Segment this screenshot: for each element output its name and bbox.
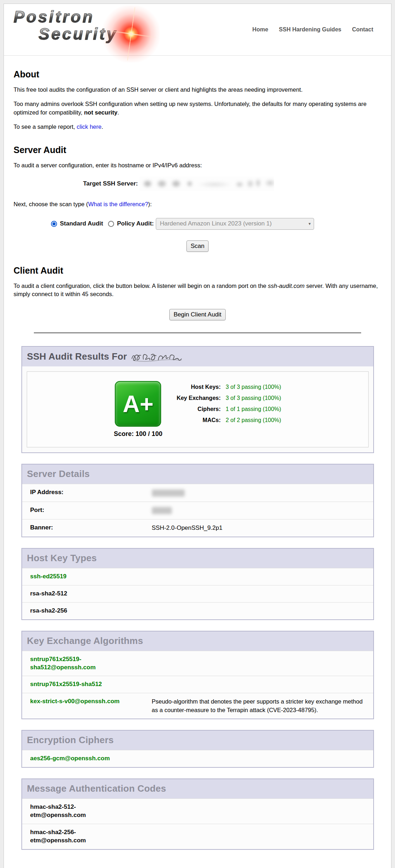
page-content: About This free tool audits the configur… [4,69,391,850]
top-navigation: Home SSH Hardening Guides Contact [252,26,373,33]
results-title-text: SSH Audit Results For [27,351,127,362]
table-row: hmac-sha2-256-etm@openssh.com [22,824,373,849]
grade-badge: A+ [115,381,161,427]
sample-report-period: . [102,123,103,130]
scan-button[interactable]: Scan [186,240,209,252]
sample-report-link[interactable]: click here [77,123,102,130]
policy-select-dropdown[interactable]: Hardened Amazon Linux 2023 (version 1) ▾ [156,218,314,230]
stat-label-macs: MACs: [176,417,221,423]
kex-name: sntrup761x25519-sha512@openssh.com [22,655,152,672]
kex-name: sntrup761x25519-sha512 [22,680,152,689]
begin-client-audit-button[interactable]: Begin Client Audit [169,309,226,320]
policy-audit-label: Policy Audit: [117,220,154,227]
redacted-hostname-value [140,177,274,191]
about-heading: About [14,69,381,80]
table-row: hmac-sha2-512-etm@openssh.com [22,798,373,824]
about-paragraph-3: To see a sample report, click here. [14,123,381,131]
positron-security-logo[interactable]: Positron Security [14,8,181,51]
standard-audit-radio[interactable] [51,221,57,227]
key-exchange-panel: Key Exchange Algorithms sntrup761x25519-… [21,631,374,720]
section-divider [34,333,361,333]
host-key-types-header: Host Key Types [22,549,373,568]
grade-column: A+ Score: 100 / 100 [114,381,162,438]
scan-type-difference-link[interactable]: What is the difference? [88,201,148,207]
stat-label-host-keys: Host Keys: [176,384,221,390]
encryption-ciphers-panel: Encryption Ciphers aes256-gcm@openssh.co… [21,730,374,768]
banner-value: SSH-2.0-OpenSSH_9.2p1 [152,524,373,532]
results-panel-body: A+ Score: 100 / 100 Host Keys: 3 of 3 pa… [22,366,373,452]
stat-value-host-keys: 3 of 3 passing (100%) [226,384,281,390]
client-audit-domain-italic: ssh-audit.com [268,283,305,289]
table-row: IP Address: [22,484,373,501]
redacted-port-value [152,507,172,514]
results-panel-title: SSH Audit Results For [27,351,368,362]
scan-type-text: Next, choose the scan type ( [14,201,88,207]
server-details-title: Server Details [27,468,368,479]
table-row: rsa-sha2-512 [22,585,373,602]
sample-report-text: To see a sample report, [14,123,77,130]
server-details-header: Server Details [22,465,373,484]
kex-note [152,680,373,689]
cipher-name: aes256-gcm@openssh.com [22,755,152,763]
logo-text-line2: Security [39,25,181,42]
policy-select-value: Hardened Amazon Linux 2023 (version 1) [160,220,272,227]
table-row: Port: [22,502,373,519]
table-row: rsa-sha2-256 [22,602,373,619]
table-row: sntrup761x25519-sha512@openssh.com [22,651,373,676]
key-exchange-header: Key Exchange Algorithms [22,631,373,651]
scan-type-line: Next, choose the scan type (What is the … [14,200,381,208]
port-label: Port: [22,506,152,515]
host-key-types-panel: Host Key Types ssh-ed25519 rsa-sha2-512 … [21,548,374,620]
table-row: kex-strict-s-v00@openssh.com Pseudo-algo… [22,693,373,719]
about-paragraph-1: This free tool audits the configuration … [14,86,381,94]
banner-label: Banner: [22,524,152,532]
logo-text-line1: Positron [14,8,181,25]
results-panel-header: SSH Audit Results For [22,347,373,366]
stat-value-key-exchanges: 3 of 3 passing (100%) [226,395,281,401]
macs-header: Message Authentication Codes [22,779,373,798]
nav-item-ssh-hardening-guides[interactable]: SSH Hardening Guides [279,26,341,33]
ssh-audit-results-panel: SSH Audit Results For [21,346,374,453]
table-row: ssh-ed25519 [22,568,373,585]
host-key-name: rsa-sha2-256 [22,607,152,615]
redacted-ip-value [152,489,185,497]
server-details-panel: Server Details IP Address: Port: Banner:… [21,464,374,537]
about-p2-period: . [117,109,119,116]
ip-address-label: IP Address: [22,488,152,497]
client-audit-text1: To audit a client configuration, click t… [14,283,268,289]
kex-note: Pseudo-algorithm that denotes the peer s… [152,697,373,714]
results-stats: Host Keys: 3 of 3 passing (100%) Key Exc… [176,384,281,423]
macs-panel: Message Authentication Codes hmac-sha2-5… [21,778,374,850]
scan-type-suffix: ): [148,201,152,207]
stat-label-key-exchanges: Key Exchanges: [176,395,221,401]
ip-address-value [152,488,373,497]
stat-label-ciphers: Ciphers: [176,406,221,412]
mac-name: hmac-sha2-256-etm@openssh.com [22,828,152,845]
port-value [152,506,373,515]
table-row: Banner: SSH-2.0-OpenSSH_9.2p1 [22,519,373,537]
site-header: Positron Security Home SSH Hardening Gui… [4,4,391,56]
score-label: Score: 100 / 100 [114,430,162,438]
stat-value-ciphers: 1 of 1 passing (100%) [226,406,281,412]
chevron-down-icon: ▾ [308,221,311,226]
stat-value-macs: 2 of 2 passing (100%) [226,417,281,423]
main-content-box: Positron Security Home SSH Hardening Gui… [4,4,391,868]
host-key-name: rsa-sha2-512 [22,590,152,598]
grade-letter: A+ [123,392,153,416]
table-row: sntrup761x25519-sha512 [22,676,373,693]
nav-item-contact[interactable]: Contact [352,26,373,33]
target-server-input[interactable] [140,177,274,191]
client-audit-intro: To audit a client configuration, click t… [14,282,381,299]
target-server-label: Target SSH Server: [83,180,138,187]
server-audit-heading: Server Audit [14,145,381,155]
host-key-types-title: Host Key Types [27,553,368,564]
key-exchange-title: Key Exchange Algorithms [27,635,368,646]
target-server-row: Target SSH Server: [83,177,381,191]
table-row: aes256-gcm@openssh.com [22,750,373,767]
scan-type-radio-row: Standard Audit Policy Audit: Hardened Am… [51,218,381,230]
nav-item-home[interactable]: Home [252,26,268,33]
standard-audit-label: Standard Audit [60,220,103,227]
encryption-ciphers-title: Encryption Ciphers [27,735,368,746]
kex-note [152,655,373,672]
policy-audit-radio[interactable] [108,221,114,227]
